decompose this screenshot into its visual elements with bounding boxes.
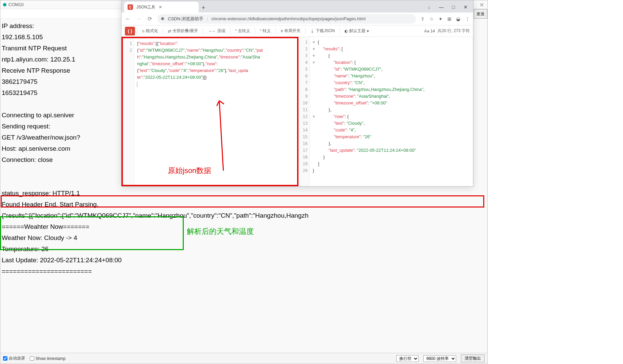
tab-title: JSON工具	[136, 4, 155, 10]
profile-icon[interactable]: ◒	[456, 16, 460, 22]
menu-icon[interactable]: ⋮	[465, 16, 470, 22]
close-icon[interactable]: ✕	[463, 4, 468, 10]
json-tool-logo: { }	[125, 27, 135, 35]
reload-icon[interactable]: ⟳	[147, 16, 153, 22]
line-ending-select[interactable]: 换行符	[396, 355, 419, 362]
stats-label: 共20 行, 273 字符	[438, 28, 470, 34]
baud-select[interactable]: 9600 波特率	[423, 355, 456, 362]
forward-icon[interactable]: →	[136, 16, 142, 22]
unescape-button[interactable]: “ 去转义	[232, 27, 253, 35]
download-button[interactable]: ⭳ 下载JSON	[308, 27, 337, 35]
layout-button[interactable]: ≡ 布局开关	[278, 27, 303, 35]
format-button[interactable]: ⎋ 格式化	[139, 27, 161, 35]
left-pane[interactable]: 12 {"results":[{"location": {"id":"WTMKQ…	[121, 37, 298, 186]
raw-json-line: {"results":[{"location":{"id":"WTMKQ069C…	[2, 212, 309, 219]
serial-title-text: COM10	[8, 2, 24, 7]
window-controls: ↓ — □ ✕	[422, 4, 473, 13]
browser-tab[interactable]: C JSON工具 ✕	[124, 2, 199, 13]
right-code[interactable]: ▾ { ▾ "results": [ ▾ { ▾ "location": { "…	[310, 37, 473, 186]
new-tab-button[interactable]: +	[199, 3, 208, 13]
share-icon[interactable]: ⇪	[421, 16, 425, 22]
send-button[interactable]: 发送	[474, 9, 487, 19]
fold-all-button[interactable]: ⇄ 全部折叠/展开	[165, 27, 201, 35]
csdn-label: CSDN·浏览器助手	[168, 16, 203, 22]
minimize-icon[interactable]: —	[439, 4, 444, 10]
restore-down-icon[interactable]: ↓	[426, 4, 432, 10]
tab-close-icon[interactable]: ✕	[159, 5, 162, 9]
serial-footer: 自动滚屏 Show timestamp 换行符 9600 波特率 清空输出	[0, 353, 487, 364]
escape-button[interactable]: “ 转义	[257, 27, 273, 35]
star-icon[interactable]: ☆	[429, 16, 434, 22]
right-pane[interactable]: 1234567891011121314151617181920 ▾ { ▾ "r…	[298, 37, 473, 186]
url-text: chrome-extension://kfkdboecolemdjodhmhmc…	[212, 16, 365, 21]
clear-output-button[interactable]: 清空输出	[461, 355, 485, 362]
left-code[interactable]: {"results":[{"location": {"id":"WTMKQ069…	[134, 38, 297, 185]
theme-button[interactable]: ◐ 默认主题 ▾	[342, 27, 372, 35]
address-bar[interactable]: ✱ CSDN·浏览器助手 | chrome-extension://kfkdbo…	[157, 14, 416, 24]
json-toolbar: { } ⎋ 格式化 ⇄ 全部折叠/展开 →← 压缩 “ 去转义 “ 转义 ≡ 布…	[121, 25, 473, 37]
compress-button[interactable]: →← 压缩	[205, 27, 228, 35]
browser-tab-strip: C JSON工具 ✕ + ↓ — □ ✕	[121, 0, 473, 13]
maximize-icon[interactable]: □	[451, 4, 456, 10]
right-gutter: 1234567891011121314151617181920	[298, 37, 310, 186]
browser-window: C JSON工具 ✕ + ↓ — □ ✕ ← → ⟳ ✱ CSDN·浏览器助手 …	[121, 0, 473, 187]
apps-icon[interactable]: ⊞	[447, 16, 451, 22]
font-size-indicator[interactable]: Aᴀ 14	[424, 29, 435, 33]
autoscroll-checkbox[interactable]: 自动滚屏	[3, 356, 25, 361]
address-bar-row: ← → ⟳ ✱ CSDN·浏览器助手 | chrome-extension://…	[121, 13, 473, 25]
annotation-raw-json-label: 原始json数据	[168, 166, 211, 176]
left-gutter: 12	[123, 38, 134, 185]
annotation-parsed-label: 解析后的天气和温度	[187, 226, 254, 237]
toolbar-right-icons: ⇪ ☆ ✦ ⊞ ◒ ⋮	[421, 16, 470, 22]
serial-close-icon[interactable]: ✕	[480, 2, 484, 8]
tab-favicon: C	[128, 4, 133, 10]
show-timestamp-checkbox[interactable]: Show timestamp	[30, 356, 66, 361]
extension-icon: ✱	[161, 16, 164, 21]
arduino-icon	[3, 3, 6, 6]
back-icon[interactable]: ←	[125, 16, 131, 22]
extensions-icon[interactable]: ✦	[439, 16, 443, 22]
json-editor: 12 {"results":[{"location": {"id":"WTMKQ…	[121, 37, 473, 186]
